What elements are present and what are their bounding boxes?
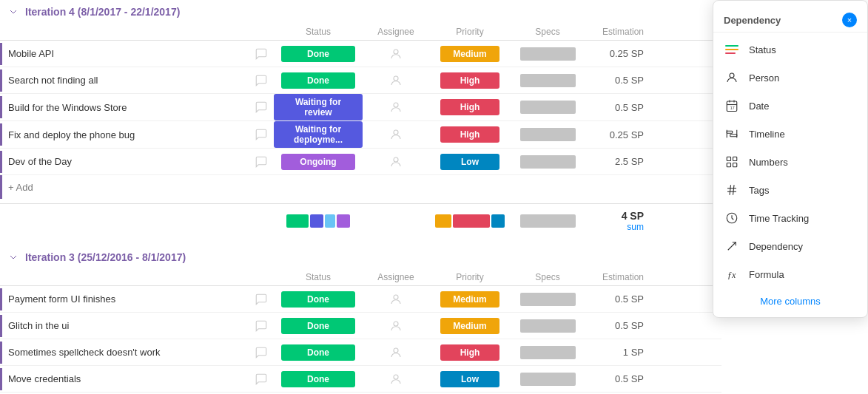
avatar-icon <box>389 47 403 61</box>
dropdown-item-numbers[interactable]: Numbers <box>713 148 867 176</box>
dropdown-item-formula[interactable]: ƒx Formula <box>713 260 867 288</box>
summary-status-bars <box>274 214 363 228</box>
iteration-header-iter3[interactable]: Iteration 3 (25/12/2016 - 8/1/2017) <box>0 245 721 269</box>
col-header-assignee: Assignee <box>363 27 429 37</box>
task-status-cell[interactable]: Done <box>274 318 363 334</box>
comment-icon <box>255 319 268 333</box>
task-priority-cell[interactable]: Medium <box>429 46 511 62</box>
more-columns-button[interactable]: More columns <box>713 288 867 311</box>
task-priority-cell[interactable]: High <box>429 126 511 143</box>
task-name: Fix and deploy the phone bug <box>8 129 250 140</box>
dropdown-item-date[interactable]: 17 Date <box>713 92 867 120</box>
task-priority-cell[interactable]: High <box>429 99 511 115</box>
task-priority-cell[interactable]: Low <box>429 371 511 387</box>
task-status-cell[interactable]: Done <box>274 291 363 308</box>
svg-point-8 <box>394 375 398 379</box>
status-badge[interactable]: Done <box>281 46 355 62</box>
task-status-cell[interactable]: Done <box>274 72 363 89</box>
priority-badge[interactable]: Low <box>440 154 499 170</box>
avatar-icon <box>389 319 403 333</box>
dropdown-item-person[interactable]: Person <box>713 64 867 92</box>
task-name: Search not finding all <box>8 75 250 86</box>
task-row: Dev of the Day Ongoing Low 2.5 SP <box>0 149 721 175</box>
svg-point-1 <box>394 76 398 81</box>
sum-bar-lightblue <box>325 214 335 228</box>
status-badge[interactable]: Done <box>281 291 355 308</box>
sum-p-bar-blue <box>491 214 505 228</box>
task-row: Payment form UI finishes Done Medium <box>0 286 721 313</box>
svg-point-5 <box>394 295 398 299</box>
dropdown-item-time-tracking[interactable]: Time Tracking <box>713 204 867 232</box>
status-badge[interactable]: Done <box>281 371 355 387</box>
priority-badge[interactable]: Medium <box>440 318 499 334</box>
priority-badge[interactable]: Medium <box>440 46 499 62</box>
task-estimation-cell: 0.25 SP <box>585 129 659 140</box>
dropdown-item-label-date: Date <box>749 101 769 112</box>
dropdown-item-label-tags: Tags <box>749 185 769 196</box>
col-header-priority: Priority <box>429 272 511 282</box>
close-button[interactable]: × <box>842 13 857 27</box>
formula-icon: ƒx <box>725 268 739 281</box>
col-header-specs: Specs <box>511 27 585 37</box>
task-assignee-cell <box>363 319 429 333</box>
col-headers-iter3: Status Assignee Priority Specs Estimatio… <box>0 269 721 286</box>
avatar-icon <box>389 128 403 141</box>
task-priority-cell[interactable]: Medium <box>429 291 511 308</box>
specs-bar <box>520 128 576 141</box>
task-status-cell[interactable]: Waiting for deployme... <box>274 121 363 148</box>
task-status-cell[interactable]: Done <box>274 46 363 62</box>
task-priority-cell[interactable]: High <box>429 72 511 89</box>
status-badge[interactable]: Done <box>281 318 355 334</box>
task-status-cell[interactable]: Ongoing <box>274 154 363 170</box>
task-left-iter4-4: Dev of the Day <box>0 151 274 173</box>
iteration-title-iter3: Iteration 3 (25/12/2016 - 8/1/2017) <box>25 251 186 263</box>
dropdown-item-status[interactable]: Status <box>713 35 867 64</box>
iteration-header-iter4[interactable]: Iteration 4 (8/1/2017 - 22/1/2017) <box>0 0 721 24</box>
specs-bar <box>520 155 576 169</box>
task-priority-cell[interactable]: High <box>429 344 511 361</box>
timeline-icon <box>725 127 739 140</box>
status-badge[interactable]: Ongoing <box>281 154 355 170</box>
add-task-row[interactable]: + Add <box>0 175 721 199</box>
avatar-icon <box>389 346 403 359</box>
task-status-cell[interactable]: Waiting for review <box>274 94 363 120</box>
priority-badge[interactable]: Medium <box>440 291 499 308</box>
chevron-icon <box>7 251 19 263</box>
task-priority-cell[interactable]: Low <box>429 154 511 170</box>
dropdown-item-label-dependency: Dependency <box>749 241 803 252</box>
priority-badge[interactable]: High <box>440 99 499 115</box>
priority-badge[interactable]: High <box>440 344 499 361</box>
col-header-status: Status <box>274 272 363 282</box>
task-left-iter3-1: Glitch in the ui <box>0 315 274 337</box>
comment-icon <box>255 128 268 141</box>
svg-text:ƒx: ƒx <box>727 270 736 280</box>
clock-icon <box>725 211 739 225</box>
avatar-icon <box>389 101 403 114</box>
task-name: Sometimes spellcheck doesn't work <box>8 347 250 358</box>
dropdown-items: Status Person 17 Date Timeline Numbers <box>713 35 867 288</box>
sum-specs-bar <box>520 214 576 228</box>
iteration-block-iter4: Iteration 4 (8/1/2017 - 22/1/2017) Statu… <box>0 0 721 238</box>
dropdown-item-timeline[interactable]: Timeline <box>713 120 867 148</box>
status-lines-icon <box>724 41 740 58</box>
task-left-iter4-1: Search not finding all <box>0 69 274 92</box>
priority-badge[interactable]: High <box>440 72 499 89</box>
task-priority-cell[interactable]: Medium <box>429 318 511 334</box>
date-icon: 17 <box>724 98 740 114</box>
dropdown-item-tags[interactable]: Tags <box>713 176 867 204</box>
numbers-icon <box>724 154 740 170</box>
priority-badge[interactable]: Low <box>440 371 499 387</box>
status-badge[interactable]: Done <box>281 344 355 361</box>
task-estimation-cell: 2.5 SP <box>585 156 659 167</box>
task-name: Dev of the Day <box>8 156 250 167</box>
task-specs-cell <box>511 47 585 61</box>
task-status-cell[interactable]: Done <box>274 371 363 387</box>
status-badge[interactable]: Waiting for deployme... <box>274 121 363 148</box>
dropdown-item-dependency[interactable]: Dependency <box>713 232 867 260</box>
dropdown-item-label-time-tracking: Time Tracking <box>749 213 809 224</box>
task-status-cell[interactable]: Done <box>274 344 363 361</box>
content-area: Iteration 4 (8/1/2017 - 22/1/2017) Statu… <box>0 0 721 394</box>
priority-badge[interactable]: High <box>440 126 499 143</box>
status-badge[interactable]: Waiting for review <box>274 94 363 120</box>
status-badge[interactable]: Done <box>281 72 355 89</box>
